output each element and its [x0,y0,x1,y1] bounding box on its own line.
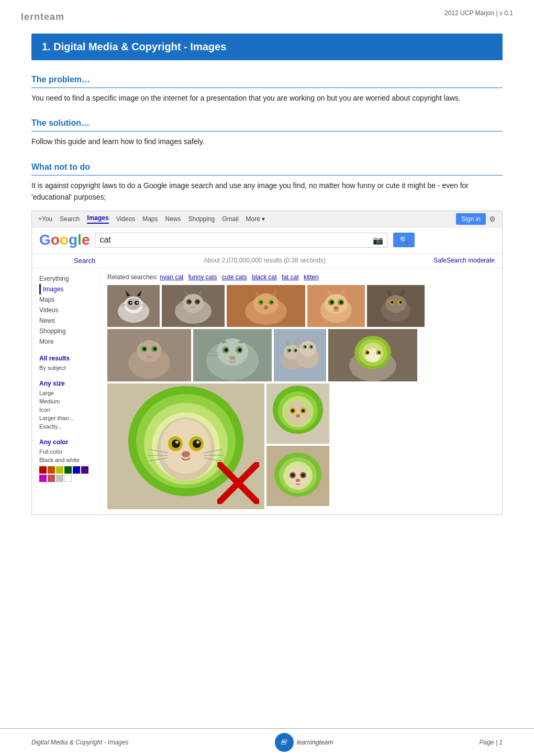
search-label[interactable]: Search [74,257,95,265]
sidebar-item-fullcolor[interactable]: Full color [39,447,92,456]
swatch-magenta[interactable] [39,475,47,482]
settings-icon[interactable]: ⚙ [489,215,496,223]
cat-image-3[interactable] [227,285,305,327]
swatch-yellow[interactable] [56,466,63,474]
sidebar-item-videos[interactable]: Videos [39,305,92,315]
sidebar-item-bysubject[interactable]: By subject [39,364,92,372]
google-search-button[interactable]: 🔍 [393,233,415,247]
image-grid-row2 [107,329,495,381]
footer-page: Page | 1 [480,739,503,746]
cat-image-side1[interactable] [266,384,329,444]
topbar-shopping[interactable]: Shopping [188,215,215,223]
svg-point-44 [333,306,339,310]
svg-point-137 [296,414,300,418]
cat-image-8[interactable] [274,329,326,381]
swatch-red[interactable] [39,466,47,474]
swatch-orange[interactable] [48,466,55,474]
sidebar-item-news[interactable]: News [39,315,92,326]
sidebar-item-images[interactable]: Images [39,284,92,294]
sidebar-heading-anysize[interactable]: Any size [39,378,92,389]
swatch-gray[interactable] [56,475,63,482]
svg-point-51 [399,301,402,303]
page-meta: 2012 UCP Marjon | v 0.1 [444,9,513,17]
svg-point-72 [225,348,228,352]
footer-left-text: Digital Media & Copyright - Images [31,739,128,746]
svg-point-30 [260,301,262,303]
cat-image-side2[interactable] [266,446,329,506]
sidebar-item-large[interactable]: Large [39,389,92,397]
cat-image-4[interactable] [307,285,365,327]
svg-point-135 [291,409,294,412]
sidebar-item-exactly[interactable]: Exactly... [39,422,92,431]
safesearch-label[interactable]: SafeSearch moderate [433,257,495,264]
svg-point-19 [188,301,191,303]
svg-point-56 [137,340,162,362]
related-cutecats[interactable]: cute cats [222,273,247,281]
related-fatcat[interactable]: fat cat [282,273,299,281]
topbar-gmail[interactable]: Gmail [222,215,238,223]
sidebar-item-shopping[interactable]: Shopping [39,326,92,336]
related-label: Related searches: [107,273,160,281]
swatch-white[interactable] [64,475,72,482]
topbar-maps[interactable]: Maps [142,215,158,223]
topbar-images[interactable]: Images [87,214,108,224]
svg-point-116 [193,440,201,448]
image-grid-bottom [107,384,495,509]
sidebar-item-more[interactable]: More [39,336,92,347]
sidebar-item-largerthan[interactable]: Larger than... [39,414,92,422]
svg-point-16 [183,294,204,313]
sidebar-item-medium[interactable]: Medium [39,397,92,406]
topbar-videos[interactable]: Videos [116,215,135,223]
camera-icon[interactable]: 📷 [373,235,383,245]
solution-body: Follow this guide and learn how to find … [31,136,503,147]
topbar-search[interactable]: Search [60,215,80,223]
whatnot-heading: What not to do [31,162,503,176]
sidebar-item-everything[interactable]: Everything [39,273,92,284]
related-kitten[interactable]: kitten [304,273,319,281]
related-funnycats[interactable]: funny cats [188,273,217,281]
footer-logo-circle:  [275,733,294,752]
swatch-purple[interactable] [81,466,88,474]
svg-point-31 [271,301,273,303]
side-images-column [266,384,329,509]
google-search-input-wrap[interactable]: cat 📷 [95,233,388,248]
sidebar-heading-anycolor[interactable]: Any color [39,437,92,447]
topbar-more[interactable]: More ▾ [246,215,265,223]
swatch-blue[interactable] [73,466,80,474]
cat-image-1[interactable] [107,285,160,327]
color-swatches [39,466,92,482]
cat-image-5[interactable] [367,285,425,327]
google-content: Related searches: nyan cat funny cats cu… [100,268,502,514]
svg-point-117 [175,441,179,444]
svg-point-20 [197,301,199,303]
cat-image-6[interactable] [107,329,191,381]
google-sidebar: Everything Images Maps Videos News Shopp… [32,268,100,514]
cat-image-9[interactable] [328,329,417,381]
topbar-news[interactable]: News [165,215,181,223]
svg-point-146 [302,474,305,477]
related-blackcat[interactable]: black cat [252,273,276,281]
sidebar-heading-allresults[interactable]: All results [39,353,92,364]
related-nyancat[interactable]: nyan cat [160,273,183,281]
topbar-you[interactable]: +You [38,215,52,223]
cat-image-2[interactable] [162,285,225,327]
svg-point-27 [253,293,279,314]
signin-button[interactable]: Sign in [456,213,486,225]
page-title: 1. Digital Media & Copyright - Images [42,41,492,53]
sidebar-item-icon[interactable]: Icon [39,406,92,414]
svg-point-69 [217,338,248,366]
cat-image-large[interactable] [107,384,264,509]
svg-point-112 [161,419,211,474]
svg-point-132 [286,400,309,425]
svg-point-76 [229,356,236,360]
swatch-green[interactable] [64,466,72,474]
svg-point-7 [137,302,138,303]
sidebar-item-maps[interactable]: Maps [39,294,92,305]
svg-point-60 [153,347,157,350]
sidebar-item-blackwhite[interactable]: Black and white [39,456,92,464]
swatch-pink[interactable] [48,475,55,482]
related-searches: Related searches: nyan cat funny cats cu… [107,273,495,281]
svg-point-40 [330,301,333,304]
cat-image-7[interactable] [193,329,272,381]
google-topbar: +You Search Images Videos Maps News Shop… [32,211,502,227]
